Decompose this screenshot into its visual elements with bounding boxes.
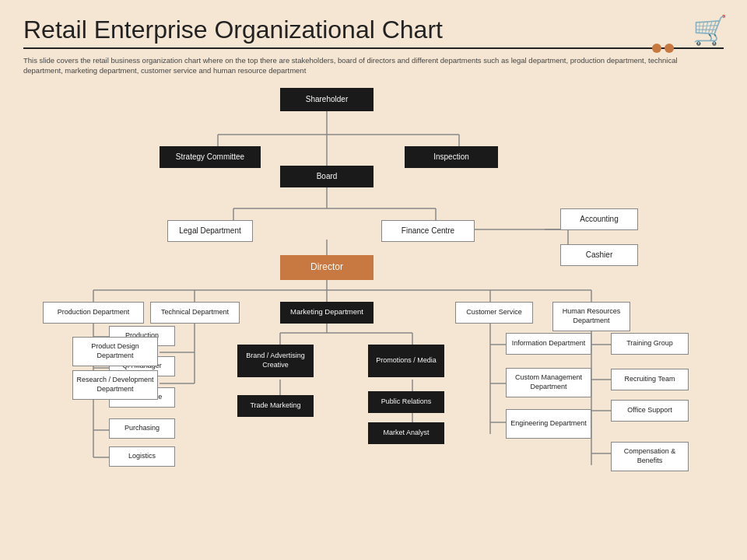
cashier-node: Cashier bbox=[560, 244, 638, 266]
inspection-node: Inspection bbox=[405, 146, 498, 168]
page-subtitle: This slide covers the retail business or… bbox=[23, 55, 708, 76]
production-dept-node: Production Department bbox=[43, 302, 144, 324]
training-group-node: Training Group bbox=[611, 333, 689, 355]
office-support-node: Office Support bbox=[611, 400, 689, 422]
board-node: Board bbox=[280, 166, 374, 187]
logistics-node: Logistics bbox=[109, 446, 175, 467]
org-chart: Shareholder Strategy Committee Inspectio… bbox=[23, 84, 739, 504]
shareholder-node: Shareholder bbox=[280, 88, 374, 111]
strategy-committee-node: Strategy Committee bbox=[160, 146, 261, 168]
accounting-node: Accounting bbox=[560, 208, 638, 230]
market-analyst-node: Market Analyst bbox=[368, 422, 444, 444]
promotions-media-node: Promotions / Media bbox=[368, 345, 444, 377]
marketing-dept-node: Marketing Department bbox=[280, 302, 374, 324]
custom-mgmt-node: Custom Management Department bbox=[506, 368, 591, 397]
research-dev-node: Research / Development Department bbox=[72, 370, 158, 400]
public-relations-node: Public Relations bbox=[368, 391, 444, 413]
page-title: Retail Enterprise Organizational Chart bbox=[23, 16, 724, 44]
legal-dept-node: Legal Department bbox=[167, 220, 253, 242]
brand-advertising-node: Brand / Advertising Creative bbox=[237, 345, 314, 377]
hr-dept-node: Human Resources Department bbox=[552, 302, 630, 331]
compensation-benefits-node: Compensation & Benefits bbox=[611, 442, 689, 471]
cart-icon: 🛒 bbox=[693, 14, 728, 47]
trade-marketing-node: Trade Marketing bbox=[237, 395, 314, 417]
page: 🛒 Retail Enterprise Organizational Chart… bbox=[0, 0, 747, 560]
information-dept-node: Information Department bbox=[506, 333, 591, 355]
purchasing-node: Purchasing bbox=[109, 418, 175, 439]
product-design-node: Product Design Department bbox=[72, 337, 158, 366]
finance-centre-node: Finance Centre bbox=[381, 220, 475, 242]
title-divider bbox=[23, 47, 724, 49]
technical-dept-node: Technical Department bbox=[150, 302, 240, 324]
director-node: Director bbox=[280, 255, 374, 280]
engineering-dept-node: Engineering Department bbox=[506, 409, 591, 439]
customer-service-node: Customer Service bbox=[455, 302, 533, 324]
recruiting-team-node: Recruiting Team bbox=[611, 369, 689, 390]
